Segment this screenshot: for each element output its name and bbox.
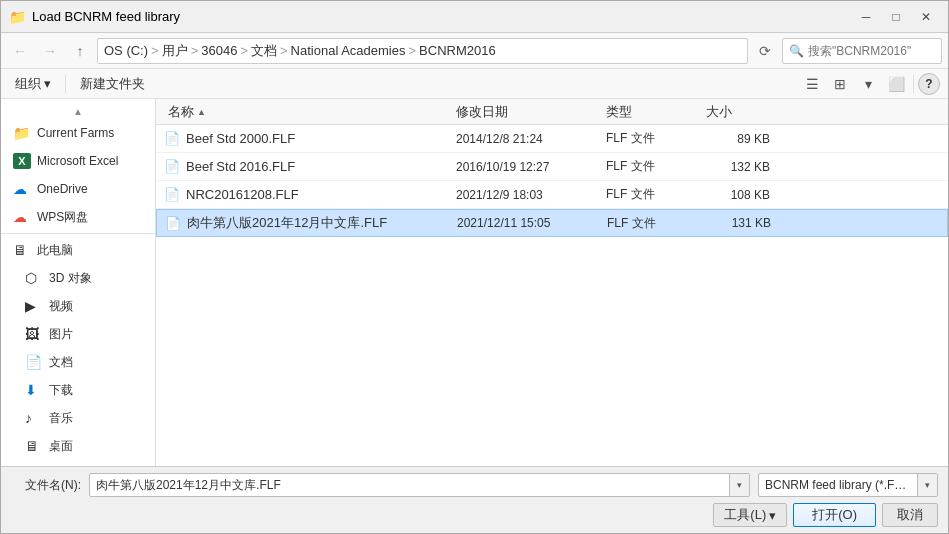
sidebar-item-documents[interactable]: 📄 文档 — [1, 348, 155, 376]
file-date: 2014/12/8 21:24 — [456, 132, 606, 146]
view-buttons: ☰ ⊞ ▾ ⬜ ? — [799, 73, 940, 95]
filename-input[interactable] — [90, 478, 729, 492]
main-content: ▲ 📁 Current Farms X Microsoft Excel ☁ On… — [1, 99, 948, 466]
downloads-icon: ⬇ — [25, 382, 43, 398]
close-button[interactable]: ✕ — [912, 6, 940, 28]
maximize-button[interactable]: □ — [882, 6, 910, 28]
file-name: 📄 Beef Std 2000.FLF — [156, 131, 456, 146]
breadcrumb-current: BCNRM2016 — [419, 43, 496, 58]
onedrive-icon: ☁ — [13, 181, 31, 197]
bottombar: 文件名(N): ▾ BCNRM feed library (*.FLF) ▾ 工… — [1, 466, 948, 533]
sidebar-item-pictures[interactable]: 🖼 图片 — [1, 320, 155, 348]
fullscreen-button[interactable]: ⬜ — [883, 73, 909, 95]
filename-label: 文件名(N): — [11, 477, 81, 494]
dialog-title: Load BCNRM feed library — [32, 9, 852, 24]
file-size: 89 KB — [706, 132, 786, 146]
sidebar-label-music: 音乐 — [49, 410, 73, 427]
sidebar-label-onedrive: OneDrive — [37, 182, 88, 196]
forward-button[interactable]: → — [37, 39, 63, 63]
minimize-button[interactable]: ─ — [852, 6, 880, 28]
col-header-date[interactable]: 修改日期 — [456, 103, 606, 121]
sidebar-label-videos: 视频 — [49, 298, 73, 315]
filetype-dropdown-button[interactable]: ▾ — [917, 474, 937, 496]
sidebar-label-pictures: 图片 — [49, 326, 73, 343]
filename-row: 文件名(N): ▾ BCNRM feed library (*.FLF) ▾ — [11, 473, 938, 497]
music-icon: ♪ — [25, 410, 43, 426]
organize-button[interactable]: 组织 ▾ — [9, 73, 57, 95]
filetype-label: BCNRM feed library (*.FLF) — [759, 478, 917, 492]
file-type: FLF 文件 — [606, 130, 706, 147]
titlebar-buttons: ─ □ ✕ — [852, 6, 940, 28]
sidebar-item-3d[interactable]: ⬡ 3D 对象 — [1, 264, 155, 292]
sidebar-divider — [1, 233, 155, 234]
table-row[interactable]: 📄 肉牛第八版2021年12月中文库.FLF 2021/12/11 15:05 … — [156, 209, 948, 237]
dialog-icon: 📁 — [9, 9, 26, 25]
documents-icon: 📄 — [25, 354, 43, 370]
help-button[interactable]: ? — [918, 73, 940, 95]
breadcrumb-user[interactable]: 用户 — [162, 42, 188, 60]
breadcrumb-national-academies[interactable]: National Academies — [291, 43, 406, 58]
sidebar-scroll-up[interactable]: ▲ — [1, 103, 155, 119]
sidebar-item-current-farms[interactable]: 📁 Current Farms — [1, 119, 155, 147]
breadcrumb-docs[interactable]: 文档 — [251, 42, 277, 60]
refresh-button[interactable]: ⟳ — [752, 39, 778, 63]
col-header-type[interactable]: 类型 — [606, 103, 706, 121]
file-type: FLF 文件 — [607, 215, 707, 232]
breadcrumb[interactable]: OS (C:) > 用户 > 36046 > 文档 > National Aca… — [97, 38, 748, 64]
wps-icon: ☁ — [13, 209, 31, 225]
table-row[interactable]: 📄 NRC20161208.FLF 2021/12/9 18:03 FLF 文件… — [156, 181, 948, 209]
back-button[interactable]: ← — [7, 39, 33, 63]
sidebar-item-wps[interactable]: ☁ WPS网盘 — [1, 203, 155, 231]
grid-view-button[interactable]: ⊞ — [827, 73, 853, 95]
sidebar-item-downloads[interactable]: ⬇ 下载 — [1, 376, 155, 404]
file-size: 108 KB — [706, 188, 786, 202]
breadcrumb-os[interactable]: OS (C:) — [104, 43, 148, 58]
filelist-header: 名称 ▲ 修改日期 类型 大小 — [156, 99, 948, 125]
up-button[interactable]: ↑ — [67, 39, 93, 63]
new-folder-button[interactable]: 新建文件夹 — [74, 73, 151, 95]
filename-input-wrap: ▾ — [89, 473, 750, 497]
sidebar-item-music[interactable]: ♪ 音乐 — [1, 404, 155, 432]
list-view-button[interactable]: ☰ — [799, 73, 825, 95]
toolbar: 组织 ▾ 新建文件夹 ☰ ⊞ ▾ ⬜ ? — [1, 69, 948, 99]
titlebar: 📁 Load BCNRM feed library ─ □ ✕ — [1, 1, 948, 33]
view-dropdown-button[interactable]: ▾ — [855, 73, 881, 95]
sidebar-label-documents: 文档 — [49, 354, 73, 371]
excel-icon: X — [13, 153, 31, 169]
filename-dropdown-button[interactable]: ▾ — [729, 474, 749, 496]
sidebar-label-wps: WPS网盘 — [37, 209, 88, 226]
table-row[interactable]: 📄 Beef Std 2000.FLF 2014/12/8 21:24 FLF … — [156, 125, 948, 153]
col-header-size[interactable]: 大小 — [706, 103, 786, 121]
breadcrumb-id[interactable]: 36046 — [201, 43, 237, 58]
file-date: 2016/10/19 12:27 — [456, 160, 606, 174]
file-size: 131 KB — [707, 216, 787, 230]
sort-arrow: ▲ — [197, 107, 206, 117]
file-size: 132 KB — [706, 160, 786, 174]
tools-button[interactable]: 工具(L) ▾ — [713, 503, 787, 527]
sidebar-item-onedrive[interactable]: ☁ OneDrive — [1, 175, 155, 203]
sidebar-label-current-farms: Current Farms — [37, 126, 114, 140]
col-header-name[interactable]: 名称 ▲ — [156, 103, 456, 121]
actions-row: 工具(L) ▾ 打开(O) 取消 — [11, 503, 938, 527]
dialog: 📁 Load BCNRM feed library ─ □ ✕ ← → ↑ OS… — [0, 0, 949, 534]
sidebar-item-this-pc[interactable]: 🖥 此电脑 — [1, 236, 155, 264]
addressbar: ← → ↑ OS (C:) > 用户 > 36046 > 文档 > Nation… — [1, 33, 948, 69]
sidebar-label-desktop: 桌面 — [49, 438, 73, 455]
sidebar-label-3d: 3D 对象 — [49, 270, 92, 287]
file-name: 📄 肉牛第八版2021年12月中文库.FLF — [157, 214, 457, 232]
search-input[interactable] — [808, 44, 949, 58]
sidebar-label-downloads: 下载 — [49, 382, 73, 399]
sidebar: ▲ 📁 Current Farms X Microsoft Excel ☁ On… — [1, 99, 156, 466]
table-row[interactable]: 📄 Beef Std 2016.FLF 2016/10/19 12:27 FLF… — [156, 153, 948, 181]
file-icon: 📄 — [164, 159, 180, 174]
open-button[interactable]: 打开(O) — [793, 503, 876, 527]
filelist: 名称 ▲ 修改日期 类型 大小 📄 Beef Std 2000.FLF — [156, 99, 948, 466]
sidebar-item-excel[interactable]: X Microsoft Excel — [1, 147, 155, 175]
sidebar-item-desktop[interactable]: 🖥 桌面 — [1, 432, 155, 460]
file-name: 📄 NRC20161208.FLF — [156, 187, 456, 202]
file-icon: 📄 — [165, 216, 181, 231]
cancel-button[interactable]: 取消 — [882, 503, 938, 527]
sidebar-item-videos[interactable]: ▶ 视频 — [1, 292, 155, 320]
file-type: FLF 文件 — [606, 158, 706, 175]
file-date: 2021/12/9 18:03 — [456, 188, 606, 202]
